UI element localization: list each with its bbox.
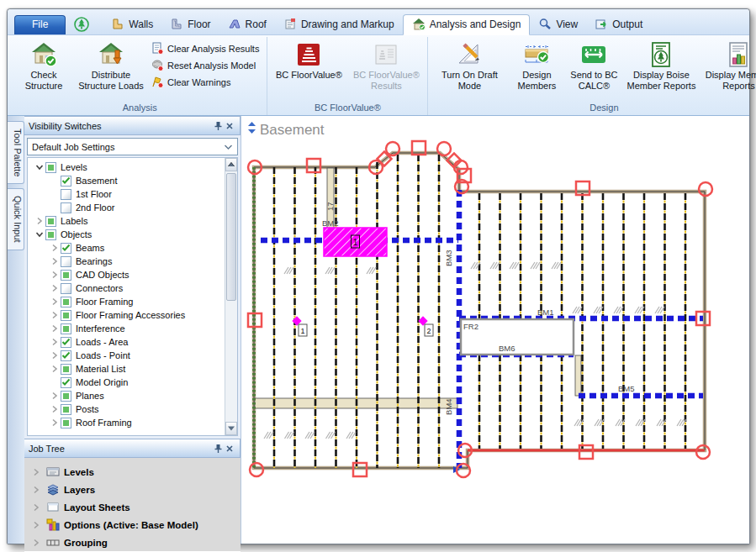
- clear-warnings-button[interactable]: Clear Warnings: [151, 76, 259, 88]
- checkbox-partial[interactable]: [61, 310, 71, 321]
- expand-icon[interactable]: [48, 390, 61, 402]
- visibility-item-planes[interactable]: Planes: [28, 389, 225, 402]
- checkbox-partial[interactable]: [61, 391, 71, 402]
- tab-output[interactable]: Output: [586, 15, 651, 34]
- pin-icon[interactable]: [212, 120, 224, 132]
- checkbox-partial[interactable]: [45, 162, 56, 173]
- expand-icon[interactable]: [48, 417, 61, 428]
- turn-on-draft-mode-button[interactable]: Turn On Draft Mode: [431, 37, 508, 92]
- expand-icon[interactable]: [48, 350, 61, 361]
- display-boise-member-reports-button[interactable]: Display Boise Member Reports: [622, 37, 700, 92]
- visibility-item-bearings[interactable]: Bearings: [28, 255, 225, 268]
- send-to-bc-calc-button[interactable]: Send to BC CALC®: [565, 37, 622, 92]
- expand-icon[interactable]: [48, 323, 61, 334]
- checkbox-checked[interactable]: [61, 337, 71, 348]
- expand-icon[interactable]: [33, 161, 45, 173]
- visibility-item-roof-framing[interactable]: Roof Framing: [28, 416, 225, 429]
- visibility-item-connectors[interactable]: Connectors: [28, 281, 225, 295]
- tab-roof[interactable]: Roof: [219, 15, 275, 34]
- expand-icon[interactable]: [29, 466, 42, 478]
- expand-icon[interactable]: [29, 537, 42, 549]
- jobtree-item-options-active-base-model[interactable]: Options (Active: Base Model): [24, 516, 241, 534]
- expand-icon[interactable]: [48, 309, 61, 321]
- checkbox-checked[interactable]: [61, 243, 71, 254]
- tab-analysis-and-design[interactable]: Analysis and Design: [403, 14, 531, 35]
- visibility-item-cad-objects[interactable]: CAD Objects: [28, 268, 225, 281]
- checkbox-partial[interactable]: [45, 216, 56, 227]
- checkbox-partial[interactable]: [61, 270, 71, 281]
- check-structure-button[interactable]: Check Structure: [15, 37, 72, 92]
- expand-icon[interactable]: [48, 242, 61, 254]
- close-icon[interactable]: [224, 443, 235, 455]
- bearing-wall[interactable]: [575, 355, 581, 396]
- visibility-item-floor-framing[interactable]: Floor Framing: [28, 295, 225, 308]
- display-member-reports-button[interactable]: Display Member Reports: [700, 37, 756, 92]
- expand-icon[interactable]: [29, 484, 42, 496]
- jobtree-item-levels[interactable]: Levels: [24, 463, 241, 481]
- checkbox-checked[interactable]: [61, 377, 71, 388]
- checkbox-checked[interactable]: [61, 350, 71, 361]
- checkbox-unchecked[interactable]: [61, 283, 71, 294]
- visibility-scrollbar[interactable]: [225, 158, 237, 435]
- visibility-item-1st-floor[interactable]: 1st Floor: [28, 187, 225, 201]
- job-settings-dropdown[interactable]: Default Job Settings: [27, 138, 238, 155]
- bc-floorvalue-button[interactable]: BC FloorValue®: [270, 37, 347, 81]
- expand-icon[interactable]: [48, 363, 61, 375]
- quick-input-tab[interactable]: Quick Input: [8, 188, 24, 250]
- checkbox-partial[interactable]: [61, 418, 71, 428]
- checkbox-partial[interactable]: [61, 404, 71, 415]
- level-spinner-icon[interactable]: [247, 121, 256, 139]
- checkbox-unchecked[interactable]: [61, 202, 71, 213]
- visibility-item-interference[interactable]: Interference: [28, 322, 225, 335]
- expand-icon[interactable]: [48, 269, 61, 281]
- close-icon[interactable]: [224, 120, 235, 132]
- drawing-canvas[interactable]: Basement 112 BM2BM1BM3BM4BM5BM6FR217: [241, 116, 749, 544]
- visibility-item-material-list[interactable]: Material List: [28, 362, 225, 376]
- visibility-item-model-origin[interactable]: Model Origin: [28, 376, 225, 389]
- checkbox-partial[interactable]: [61, 323, 71, 334]
- tab-walls[interactable]: Walls: [103, 15, 161, 34]
- distribute-structure-loads-button[interactable]: Distribute Structure Loads: [72, 37, 150, 92]
- visibility-item-labels[interactable]: Labels: [28, 214, 225, 228]
- file-menu-button[interactable]: File: [14, 15, 66, 34]
- floor-plan[interactable]: 112 BM2BM1BM3BM4BM5BM6FR217: [241, 123, 748, 552]
- expand-icon[interactable]: [48, 336, 61, 348]
- design-members-button[interactable]: Design Members: [508, 37, 565, 92]
- scroll-down-arrow[interactable]: [225, 422, 237, 435]
- expand-icon[interactable]: [29, 502, 42, 513]
- tab-floor[interactable]: Floor: [161, 15, 219, 34]
- visibility-item-floor-framing-accessories[interactable]: Floor Framing Accessories: [28, 308, 225, 322]
- checkbox-unchecked[interactable]: [61, 189, 71, 200]
- expand-icon[interactable]: [33, 229, 45, 240]
- visibility-item-beams[interactable]: Beams: [28, 241, 225, 255]
- expand-icon[interactable]: [29, 519, 42, 531]
- visibility-item-basement[interactable]: Basement: [28, 174, 225, 187]
- bc-floorvalue-results-button[interactable]: BC FloorValue® Results: [347, 37, 425, 92]
- tab-view[interactable]: View: [530, 15, 586, 34]
- visibility-item-loads-area[interactable]: Loads - Area: [28, 335, 225, 349]
- jobtree-item-grouping[interactable]: Grouping: [24, 534, 241, 551]
- expand-icon[interactable]: [33, 215, 45, 227]
- expand-icon[interactable]: [48, 255, 61, 267]
- tool-palette-tab[interactable]: Tool Palette: [8, 121, 24, 184]
- clear-analysis-results-button[interactable]: Clear Analysis Results: [151, 42, 259, 55]
- reset-analysis-model-button[interactable]: Reset Analysis Model: [151, 59, 259, 71]
- checkbox-checked[interactable]: [61, 176, 71, 187]
- scroll-up-arrow[interactable]: [225, 158, 237, 171]
- checkbox-partial[interactable]: [61, 364, 71, 375]
- tab-drawing-and-markup[interactable]: Drawing and Markup: [275, 15, 403, 34]
- checkbox-partial[interactable]: [45, 229, 56, 240]
- checkbox-partial[interactable]: [61, 297, 71, 308]
- visibility-item-loads-point[interactable]: Loads - Point: [28, 349, 225, 362]
- scroll-thumb[interactable]: [226, 173, 236, 301]
- jobtree-item-layout-sheets[interactable]: Layout Sheets: [24, 498, 241, 516]
- expand-icon[interactable]: [48, 296, 61, 308]
- visibility-item-objects[interactable]: Objects: [28, 228, 225, 241]
- expand-icon[interactable]: [48, 403, 61, 415]
- visibility-item-posts[interactable]: Posts: [28, 402, 225, 416]
- jobtree-item-layers[interactable]: Layers: [24, 481, 241, 498]
- pin-icon[interactable]: [212, 443, 224, 455]
- visibility-item-levels[interactable]: Levels: [28, 160, 225, 174]
- expand-icon[interactable]: [48, 282, 61, 294]
- checkbox-unchecked[interactable]: [61, 256, 71, 267]
